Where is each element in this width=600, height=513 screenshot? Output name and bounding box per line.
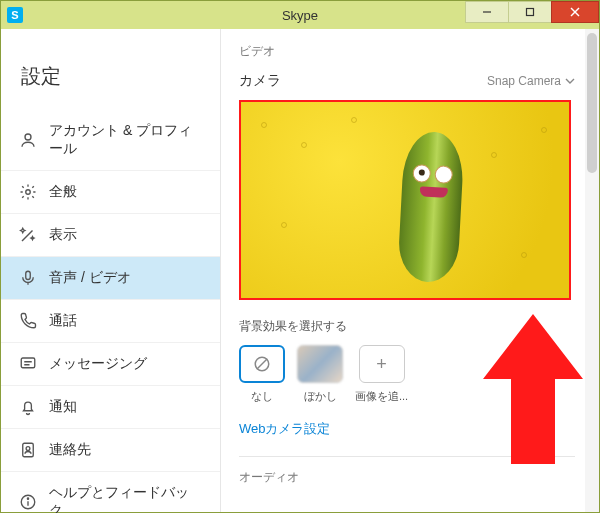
video-section-label: ビデオ [239,43,575,60]
sidebar-item-account[interactable]: アカウント & プロフィール [1,110,220,171]
divider [239,456,575,457]
svg-line-14 [257,359,268,370]
sidebar-item-label: 連絡先 [49,441,91,459]
body: 設定 アカウント & プロフィール 全般 表示 音声 / ビデオ [1,29,599,512]
wand-icon [19,226,37,244]
sidebar-item-label: メッセージング [49,355,147,373]
svg-rect-1 [527,9,534,16]
sidebar-item-messaging[interactable]: メッセージング [1,343,220,386]
bell-icon [19,398,37,416]
window-controls [466,1,599,29]
app-window: S Skype 設定 アカウント & プロフィール 全般 表示 [0,0,600,513]
bg-option-label: なし [251,389,273,404]
sidebar-item-audio-video[interactable]: 音声 / ビデオ [1,257,220,300]
none-icon [253,355,271,373]
sidebar-item-appearance[interactable]: 表示 [1,214,220,257]
bg-option-label: ぼかし [304,389,337,404]
background-section: 背景効果を選択する なし ぼかし + 画像を追... [239,318,575,438]
svg-rect-6 [26,271,31,279]
info-icon [19,493,37,511]
bg-option-label: 画像を追... [355,389,408,404]
svg-point-12 [27,498,28,499]
svg-point-5 [26,190,31,195]
phone-icon [19,312,37,330]
camera-value: Snap Camera [487,74,561,88]
sidebar: 設定 アカウント & プロフィール 全般 表示 音声 / ビデオ [1,29,221,512]
camera-label: カメラ [239,72,281,90]
svg-point-9 [26,447,30,451]
content: ビデオ カメラ Snap Camera [221,29,585,512]
svg-point-4 [25,134,31,140]
bg-option-add[interactable]: + 画像を追... [355,345,408,404]
scrollbar[interactable] [585,29,599,512]
svg-rect-7 [21,358,35,368]
background-options: なし ぼかし + 画像を追... [239,345,575,404]
sidebar-item-label: 音声 / ビデオ [49,269,131,287]
settings-title: 設定 [1,35,220,110]
sidebar-item-label: 通知 [49,398,77,416]
main: ビデオ カメラ Snap Camera [221,29,599,512]
camera-dropdown[interactable]: Snap Camera [487,74,575,88]
person-icon [19,131,37,149]
sidebar-item-label: ヘルプとフィードバック [49,484,202,513]
webcam-settings-link[interactable]: Webカメラ設定 [239,420,331,438]
sidebar-item-label: 表示 [49,226,77,244]
sidebar-item-label: アカウント & プロフィール [49,122,202,158]
bg-option-blur[interactable]: ぼかし [297,345,343,404]
chat-icon [19,355,37,373]
gear-icon [19,183,37,201]
sidebar-item-contacts[interactable]: 連絡先 [1,429,220,472]
titlebar[interactable]: S Skype [1,1,599,29]
maximize-button[interactable] [508,1,552,23]
sidebar-item-notifications[interactable]: 通知 [1,386,220,429]
audio-section-label: オーディオ [239,469,575,486]
sidebar-item-label: 全般 [49,183,77,201]
sidebar-item-label: 通話 [49,312,77,330]
contacts-icon [19,441,37,459]
camera-preview [239,100,571,300]
app-icon: S [7,7,23,23]
plus-icon: + [359,345,405,383]
microphone-icon [19,269,37,287]
pickle-avatar [397,131,465,284]
sidebar-item-calling[interactable]: 通話 [1,300,220,343]
background-label: 背景効果を選択する [239,318,575,335]
sidebar-item-general[interactable]: 全般 [1,171,220,214]
minimize-button[interactable] [465,1,509,23]
bg-option-none[interactable]: なし [239,345,285,404]
close-button[interactable] [551,1,599,23]
sidebar-item-help[interactable]: ヘルプとフィードバック [1,472,220,513]
scrollbar-thumb[interactable] [587,33,597,173]
camera-row: カメラ Snap Camera [239,72,575,90]
chevron-down-icon [565,76,575,86]
nav: アカウント & プロフィール 全般 表示 音声 / ビデオ 通話 [1,110,220,513]
